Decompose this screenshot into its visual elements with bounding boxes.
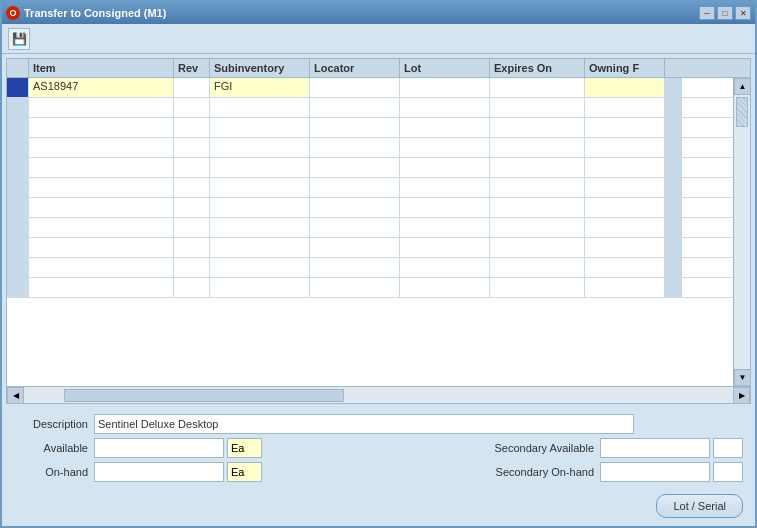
cell-owning[interactable] [585, 258, 665, 277]
cell-item[interactable]: AS18947 [29, 78, 174, 97]
cell-lot[interactable] [400, 238, 490, 257]
cell-expires-on[interactable] [490, 238, 585, 257]
vscroll-down-button[interactable]: ▼ [734, 369, 750, 386]
description-input[interactable] [94, 414, 634, 434]
cell-subinventory[interactable] [210, 218, 310, 237]
onhand-uom-input[interactable] [227, 462, 262, 482]
cell-item[interactable] [29, 98, 174, 117]
cell-rev[interactable] [174, 118, 210, 137]
cell-subinventory[interactable] [210, 118, 310, 137]
cell-subinventory[interactable] [210, 198, 310, 217]
cell-rev[interactable] [174, 198, 210, 217]
cell-locator[interactable] [310, 278, 400, 297]
cell-subinventory[interactable] [210, 138, 310, 157]
table-row[interactable] [7, 118, 733, 138]
save-button[interactable]: 💾 [8, 28, 30, 50]
cell-lot[interactable] [400, 258, 490, 277]
cell-locator[interactable] [310, 118, 400, 137]
table-row[interactable] [7, 178, 733, 198]
row-selector[interactable] [7, 158, 29, 177]
row-selector[interactable] [7, 258, 29, 277]
cell-locator[interactable] [310, 238, 400, 257]
cell-item[interactable] [29, 258, 174, 277]
minimize-button[interactable]: ─ [699, 6, 715, 20]
cell-expires-on[interactable] [490, 178, 585, 197]
cell-item[interactable] [29, 238, 174, 257]
cell-expires-on[interactable] [490, 98, 585, 117]
cell-expires-on[interactable] [490, 78, 585, 97]
hscroll-right-button[interactable]: ▶ [733, 387, 750, 404]
cell-subinventory[interactable] [210, 278, 310, 297]
cell-rev[interactable] [174, 238, 210, 257]
cell-owning[interactable] [585, 218, 665, 237]
table-row[interactable] [7, 218, 733, 238]
cell-locator[interactable] [310, 258, 400, 277]
row-selector[interactable] [7, 278, 29, 297]
cell-owning[interactable] [585, 78, 665, 97]
cell-expires-on[interactable] [490, 118, 585, 137]
cell-lot[interactable] [400, 138, 490, 157]
close-button[interactable]: ✕ [735, 6, 751, 20]
cell-expires-on[interactable] [490, 258, 585, 277]
table-row[interactable] [7, 158, 733, 178]
hscroll-track[interactable] [24, 387, 733, 404]
cell-expires-on[interactable] [490, 198, 585, 217]
cell-subinventory[interactable] [210, 98, 310, 117]
cell-rev[interactable] [174, 258, 210, 277]
cell-rev[interactable] [174, 178, 210, 197]
secondary-available-uom[interactable] [713, 438, 743, 458]
cell-rev[interactable] [174, 98, 210, 117]
hscroll-thumb[interactable] [64, 389, 344, 402]
table-row[interactable] [7, 258, 733, 278]
cell-rev[interactable] [174, 278, 210, 297]
cell-subinventory[interactable] [210, 178, 310, 197]
vscroll-thumb[interactable] [736, 97, 748, 127]
cell-lot[interactable] [400, 218, 490, 237]
row-selector[interactable] [7, 178, 29, 197]
row-selector[interactable] [7, 118, 29, 137]
available-input[interactable] [94, 438, 224, 458]
vscroll-track[interactable] [734, 95, 750, 369]
cell-rev[interactable] [174, 138, 210, 157]
cell-item[interactable] [29, 138, 174, 157]
row-selector[interactable] [7, 78, 29, 97]
cell-subinventory[interactable] [210, 238, 310, 257]
lot-serial-button[interactable]: Lot / Serial [656, 494, 743, 518]
cell-owning[interactable] [585, 118, 665, 137]
cell-lot[interactable] [400, 158, 490, 177]
table-row[interactable] [7, 238, 733, 258]
cell-locator[interactable] [310, 138, 400, 157]
cell-locator[interactable] [310, 178, 400, 197]
vertical-scrollbar[interactable]: ▲ ▼ [733, 78, 750, 386]
table-row[interactable] [7, 278, 733, 298]
cell-owning[interactable] [585, 98, 665, 117]
cell-item[interactable] [29, 178, 174, 197]
row-selector[interactable] [7, 198, 29, 217]
cell-subinventory[interactable] [210, 258, 310, 277]
cell-locator[interactable] [310, 218, 400, 237]
row-selector[interactable] [7, 98, 29, 117]
cell-lot[interactable] [400, 278, 490, 297]
vscroll-up-button[interactable]: ▲ [734, 78, 750, 95]
table-row[interactable] [7, 98, 733, 118]
cell-owning[interactable] [585, 238, 665, 257]
cell-locator[interactable] [310, 98, 400, 117]
cell-expires-on[interactable] [490, 278, 585, 297]
available-uom-input[interactable] [227, 438, 262, 458]
cell-owning[interactable] [585, 198, 665, 217]
cell-expires-on[interactable] [490, 218, 585, 237]
secondary-available-input[interactable] [600, 438, 710, 458]
cell-item[interactable] [29, 118, 174, 137]
cell-item[interactable] [29, 198, 174, 217]
cell-lot[interactable] [400, 178, 490, 197]
cell-lot[interactable] [400, 198, 490, 217]
row-selector[interactable] [7, 238, 29, 257]
cell-owning[interactable] [585, 178, 665, 197]
horizontal-scrollbar[interactable]: ◀ ▶ [7, 386, 750, 403]
cell-owning[interactable] [585, 158, 665, 177]
table-row[interactable]: AS18947FGI [7, 78, 733, 98]
onhand-input[interactable] [94, 462, 224, 482]
cell-lot[interactable] [400, 78, 490, 97]
cell-rev[interactable] [174, 218, 210, 237]
cell-locator[interactable] [310, 78, 400, 97]
